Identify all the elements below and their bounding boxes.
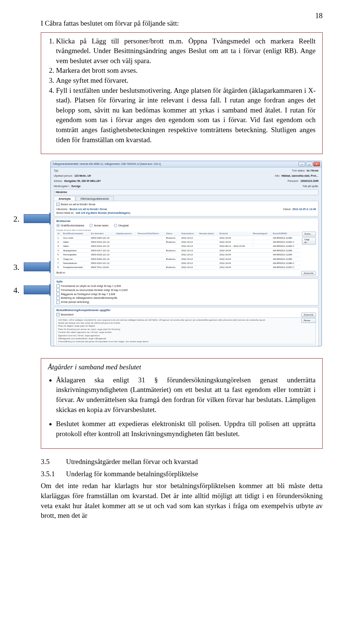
beslut-subline: betala det belopp som kan antas bli utdö… (58, 321, 314, 324)
steps-list: Klicka på Lägg till personer/brott m.m. … (48, 36, 316, 145)
closing-para: Om det inte redan har klarlagts hur stor… (41, 481, 323, 520)
adress-val: Skolgatan 56, 200 05 MELLBY (64, 179, 101, 183)
page-number: 18 (315, 10, 323, 21)
column-header[interactable]: Nr (56, 232, 62, 236)
column-header[interactable]: Brott/Brottsmistanke (62, 232, 90, 236)
beslut-check-top[interactable]: ✓Beslut om att ta förmål i förvar (56, 203, 316, 206)
radio-draft[interactable]: Draft/Brottsmistanke (56, 224, 84, 228)
window-title: Tvångsmedelsidentitet i ärende AM-4000-1… (52, 162, 161, 166)
app-window: Tvångsmedelsidentitet i ärende AM-4000-1… (50, 161, 322, 346)
actions-list: Åklagaren ska enligt 31 § förundersöknin… (48, 375, 316, 439)
action-1: Åklagaren ska enligt 31 § förundersöknin… (56, 375, 316, 415)
marker-4-num: 4. (13, 285, 20, 296)
info-label: Info: (275, 174, 280, 178)
table-row[interactable]: 6Olaga hot0003-K320-121-12Brottsmis..201… (56, 257, 300, 261)
lagg-button[interactable]: Lägg till… (302, 237, 316, 245)
brottsurval-panel: Brottsurval Draft/Brottsmistanke Annan l… (54, 218, 319, 277)
syfte-check[interactable]: Annat (annan anledning) (56, 300, 316, 304)
sect-35-title: Utredningsåtgärder mellan förvar och kva… (66, 457, 198, 467)
tabrow: Arbetsyta Efterhandsgodkännande (54, 196, 319, 201)
type-label: Typ: (54, 169, 59, 173)
maximize-button[interactable]: ▭ (306, 162, 313, 166)
step-3: Ange syftet med förvaret. (56, 76, 316, 86)
table-row[interactable]: 8Fastighetsöverträde..0003-T311-12120-Br… (56, 265, 300, 269)
person-val: 123 Melin, Ulf (74, 174, 91, 178)
tvm-status: ta i förvar (307, 169, 319, 173)
tab-arbetsyta[interactable]: Arbetsyta (54, 196, 75, 201)
beslut-by-label: Beslut fattat av: (56, 211, 74, 215)
titlebar: Tvångsmedelsidentitet i ärende AM-4000-1… (51, 161, 322, 167)
table-row[interactable]: 1Grov stöld0003-K320-121-12Brottsmis..20… (56, 236, 300, 240)
column-header[interactable]: BrottsID/BMID (272, 232, 300, 236)
syfte-title: Syfte (56, 280, 316, 284)
screenshot-area: 2. 3. 4. Tvångsmedelsidentitet i ärende … (41, 161, 323, 350)
beslutstext-check[interactable]: ✓Beslutstext (56, 313, 316, 317)
action-2: Beslutet kommer att expedieras elektroni… (56, 419, 316, 439)
column-header[interactable]: Utpekad person (115, 232, 136, 236)
table-row[interactable]: 2Häleri0003-K319-121-12Brottsmis..2012-1… (56, 240, 300, 244)
table-row[interactable]: 3Häleri0003-K316-121-122012-10-132012-08… (56, 244, 300, 248)
medb-val: Sverige (71, 184, 80, 188)
syfte-check[interactable]: Åläggande av företagsbot enligt 36 kap 7… (56, 292, 316, 296)
handelse-bar: Händelse (54, 189, 319, 195)
radio-annan[interactable]: Annan laden (89, 224, 108, 228)
person-label: Utpekad person: (54, 174, 73, 178)
sect-351-num: 3.5.1 (41, 469, 56, 479)
section-3-5-1: 3.5.1 Underlag för kommande betalningsfö… (41, 469, 323, 479)
table-row[interactable]: 7Narkotikabrott0003-K310-121-122012-10-1… (56, 261, 300, 265)
datum-val: 2012-10-25 ⊙ 14:48 (292, 207, 316, 211)
beslut-subline: Egendom som tas i förvar: ange egendom (58, 334, 314, 337)
beslut-by-val: ekå 123 Ing-Marie Buman (Kammaråklagare) (76, 211, 130, 215)
window-buttons: — ▭ ✕ (299, 162, 320, 166)
marker-2-arrow (24, 214, 50, 223)
radio-okopplat[interactable]: Okopplat (114, 224, 129, 228)
tab-efter[interactable]: Efterhandsgodkännande (76, 196, 113, 201)
beslut-motiv-title: Beslut/Motivering/Kompletterande uppgift… (56, 308, 316, 312)
urval-note: Koppla till brott eller brottsmistanke (56, 229, 316, 232)
offence-table[interactable]: NrBrott/BrottsmistankeExt ärendenrUtpeka… (56, 232, 300, 270)
marker-4-arrow (24, 285, 50, 294)
close-button[interactable]: ✕ (313, 162, 320, 166)
tab-body: ✓Beslut om att ta förmål i förvar Händel… (54, 201, 319, 216)
actions-box: Åtgärder i samband med beslutet Åklagare… (41, 358, 323, 449)
syfte-check[interactable]: Betalning av målsägandens skadeståndsans… (56, 296, 316, 300)
andra-button[interactable]: Ändra… (302, 232, 316, 236)
marker-3-num: 3. (13, 262, 20, 273)
section-3-5: 3.5 Utredningsåtgärder mellan förvar och… (41, 457, 323, 467)
column-header[interactable]: Ext ärendenr (90, 232, 115, 236)
beslut-subline: Målsägande (vid skadestånd): ange målsäg… (58, 337, 314, 340)
datum-label: Datum (283, 207, 291, 211)
tvm-status-label: Tvm status: (292, 169, 305, 173)
table-row[interactable]: 4Skadegörelse0003-K317-121-12Brottsmis..… (56, 248, 300, 252)
column-header[interactable]: Status (165, 232, 180, 236)
beslut-subline: Fordran (för vilken egendom tas i förvar… (58, 331, 314, 334)
beslut-motiv-panel: Beslut/Motivering/Kompletterande uppgift… (54, 307, 319, 346)
andra-fritt-button[interactable]: Ändra fritt (301, 271, 316, 275)
step-4: Fyll i textfälten under beslutsmotiverin… (56, 86, 316, 145)
table-row[interactable]: 5Penninghäleri0003-K318-121-122012-10-12… (56, 253, 300, 257)
info-val: Häktad, sannolika skäl, Prot… (281, 174, 319, 178)
minimize-button[interactable]: — (299, 162, 305, 166)
beslut-subline: Plats för förvaring (om annan än ovan): … (58, 328, 314, 331)
personnr-label: Personnr: (288, 179, 299, 183)
column-header[interactable]: Misstankegrad (251, 232, 271, 236)
andra-fritt-button-2[interactable]: Ändra fritt (301, 313, 316, 317)
beslut-longtext[interactable]: 123 Melin, Ulf är skäligen misstänkt för… (56, 317, 316, 344)
step-1: Klicka på Lägg till personer/brott m.m. … (56, 36, 316, 66)
rensa-button[interactable]: Rensa (301, 318, 316, 323)
syfte-panel: Syfte Förverkande av utbyte av brott enl… (54, 278, 319, 305)
column-header[interactable]: Personnr/Född/Namn (136, 232, 165, 236)
column-header[interactable]: Statusdatum (180, 232, 198, 236)
sect-35-num: 3.5 (41, 457, 56, 467)
intro-text: I Cåbra fattas beslutet om förvar på föl… (41, 19, 323, 29)
column-header[interactable]: Brottstid (218, 232, 251, 236)
beslut-subline: Framställning om kvarstad ska göras till… (58, 340, 314, 343)
adress-label: Adress: (54, 179, 63, 183)
syfte-check[interactable]: Förverkande av ekonomiska fördelar enlig… (56, 288, 316, 292)
info-row: Typ: Tvm status:ta i förvar (51, 167, 322, 173)
steps-box: Klicka på Lägg till personer/brott m.m. … (41, 32, 323, 154)
syfte-check[interactable]: Förverkande av utbyte av brott enligt 36… (56, 284, 316, 288)
brott-nr-label: Brott nr: (56, 271, 66, 275)
beslutshandling-title: Beslutshandling (56, 346, 316, 346)
column-header[interactable]: Senaste beslut (198, 232, 218, 236)
